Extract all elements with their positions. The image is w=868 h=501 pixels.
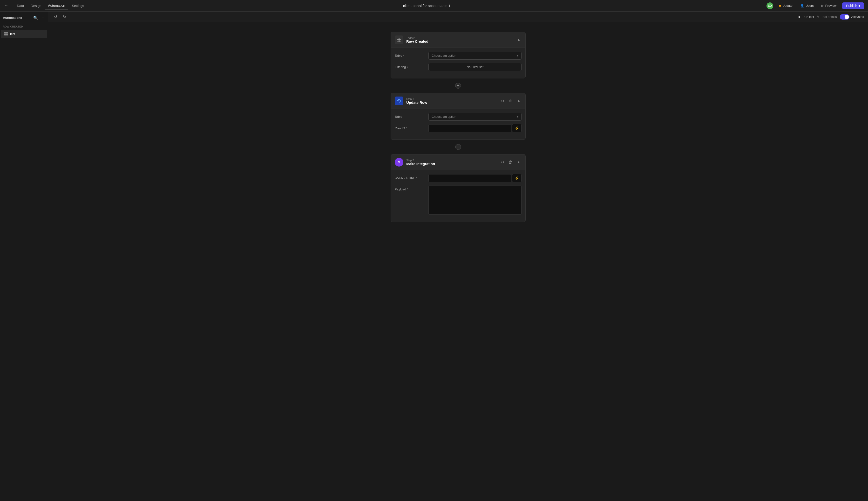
chevron-down-icon: ▾ bbox=[517, 54, 518, 57]
trigger-filtering-label: Filtering ℹ bbox=[395, 65, 428, 69]
connector-add-button-2[interactable]: + bbox=[455, 144, 461, 150]
nav-right: ED Update 👤 Users ▷ Preview Publish ▾ bbox=[767, 2, 864, 9]
step2-webhook-input-row: ⚡ bbox=[428, 174, 521, 182]
step1-delete-button[interactable]: 🗑 bbox=[507, 98, 513, 104]
step2-webhook-lightning-button[interactable]: ⚡ bbox=[512, 174, 521, 182]
add-icon: + bbox=[42, 16, 44, 20]
run-test-label: Run test bbox=[802, 15, 814, 19]
svg-rect-3 bbox=[6, 34, 8, 35]
step1-table-label: Table bbox=[395, 115, 428, 118]
step2-title-group: Step 2 Make Integration bbox=[406, 159, 435, 166]
lightning-icon: ⚡ bbox=[515, 126, 519, 130]
sidebar-item-test[interactable]: test bbox=[1, 30, 47, 38]
step1-title: Update Row bbox=[406, 100, 427, 105]
trigger-table-input: Choose an option ▾ bbox=[428, 52, 521, 60]
preview-button[interactable]: ▷ Preview bbox=[820, 3, 838, 9]
step2-webhook-row: Webhook URL * ⚡ bbox=[395, 174, 521, 182]
trigger-card-header-left: Trigger Row Created bbox=[395, 35, 428, 44]
step1-collapse-button[interactable]: ▲ bbox=[516, 98, 521, 104]
step2-webhook-label: Webhook URL * bbox=[395, 177, 428, 180]
test-details-label: Test details bbox=[821, 15, 837, 19]
tab-automation[interactable]: Automation bbox=[45, 2, 68, 9]
trigger-title-group: Trigger Row Created bbox=[406, 36, 428, 43]
preview-label: Preview bbox=[825, 4, 836, 8]
test-details-button[interactable]: ✎ Test details bbox=[817, 15, 837, 19]
step2-payload-label: Payload * bbox=[395, 185, 428, 191]
run-test-play-icon: ▶ bbox=[799, 15, 801, 19]
trigger-icon bbox=[395, 35, 403, 44]
trigger-table-placeholder: Choose an option bbox=[431, 54, 456, 57]
sidebar: Automations 🔍 + ROW CREATED test bbox=[0, 12, 48, 501]
svg-rect-1 bbox=[6, 32, 8, 33]
trigger-table-select[interactable]: Choose an option ▾ bbox=[428, 52, 521, 60]
sidebar-add-button[interactable]: + bbox=[41, 14, 45, 21]
step2-card: M Step 2 Make Integration ↺ 🗑 ▲ bbox=[391, 154, 526, 222]
step1-rowid-row: Row ID * ⚡ bbox=[395, 124, 521, 132]
connector-2: + bbox=[455, 140, 461, 154]
lightning-icon-2: ⚡ bbox=[515, 176, 519, 180]
trigger-collapse-button[interactable]: ▲ bbox=[516, 37, 521, 43]
sidebar-search-button[interactable]: 🔍 bbox=[32, 14, 39, 21]
toolbar-right: ▶ Run test ✎ Test details Activated bbox=[799, 14, 864, 20]
tab-design[interactable]: Design bbox=[28, 2, 44, 9]
step2-card-header-left: M Step 2 Make Integration bbox=[395, 158, 435, 167]
sidebar-section-label: ROW CREATED bbox=[0, 24, 48, 30]
trigger-table-row: Table * Choose an option ▾ bbox=[395, 52, 521, 60]
run-test-button[interactable]: ▶ Run test bbox=[799, 15, 814, 19]
step1-table-input: Choose an option ▾ bbox=[428, 113, 521, 121]
filter-button[interactable]: No Filter set bbox=[428, 63, 521, 71]
activated-toggle[interactable] bbox=[840, 14, 849, 20]
trigger-filtering-row: Filtering ℹ No Filter set bbox=[395, 63, 521, 71]
step2-card-header: M Step 2 Make Integration ↺ 🗑 ▲ bbox=[391, 154, 525, 170]
connector-add-button-1[interactable]: + bbox=[455, 83, 461, 88]
tab-data[interactable]: Data bbox=[14, 2, 27, 9]
redo-button[interactable]: ↻ bbox=[61, 13, 68, 20]
step1-card-body: Table Choose an option ▾ Row ID * bbox=[391, 109, 525, 139]
step2-webhook-req: * bbox=[416, 177, 417, 180]
step2-delete-button[interactable]: 🗑 bbox=[507, 159, 513, 165]
step2-make-icon: M bbox=[395, 158, 403, 167]
users-icon: 👤 bbox=[800, 4, 804, 8]
step1-rowid-input-row: ⚡ bbox=[428, 124, 521, 132]
step2-card-body: Webhook URL * ⚡ bbox=[391, 170, 525, 222]
step1-card-header: Step 1 Update Row ↺ 🗑 ▲ bbox=[391, 93, 525, 109]
svg-rect-4 bbox=[397, 38, 399, 40]
code-line-1: 1 bbox=[431, 188, 519, 192]
update-dot bbox=[779, 5, 781, 7]
undo-icon: ↺ bbox=[54, 15, 57, 19]
publish-label: Publish bbox=[846, 4, 857, 8]
step1-table-select[interactable]: Choose an option ▾ bbox=[428, 113, 521, 121]
canvas: Trigger Row Created ▲ Table * bbox=[48, 22, 868, 501]
step2-webhook-field[interactable] bbox=[428, 174, 511, 182]
step1-title-group: Step 1 Update Row bbox=[406, 97, 427, 105]
users-button[interactable]: 👤 Users bbox=[798, 3, 816, 9]
search-icon: 🔍 bbox=[33, 16, 38, 20]
preview-icon: ▷ bbox=[822, 4, 824, 8]
svg-rect-5 bbox=[399, 38, 401, 40]
step1-card-header-left: Step 1 Update Row bbox=[395, 97, 427, 105]
update-button[interactable]: Update bbox=[777, 3, 794, 9]
step1-refresh-button[interactable]: ↺ bbox=[500, 98, 505, 104]
publish-button[interactable]: Publish ▾ bbox=[842, 2, 864, 9]
trigger-step-label: Trigger bbox=[406, 36, 428, 39]
svg-rect-2 bbox=[4, 34, 6, 35]
back-button[interactable]: ← bbox=[4, 3, 8, 8]
undo-button[interactable]: ↺ bbox=[52, 13, 59, 20]
trigger-filtering-input: No Filter set bbox=[428, 63, 521, 71]
step2-collapse-button[interactable]: ▲ bbox=[516, 159, 521, 165]
nav-tabs: Data Design Automation Settings bbox=[14, 2, 87, 9]
activated-toggle-group: Activated bbox=[840, 14, 864, 20]
connector-1: + bbox=[455, 78, 461, 93]
step1-table-row: Table Choose an option ▾ bbox=[395, 113, 521, 121]
step2-refresh-button[interactable]: ↺ bbox=[500, 159, 505, 166]
step1-rowid-lightning-button[interactable]: ⚡ bbox=[512, 124, 521, 132]
sidebar-header: Automations 🔍 + bbox=[0, 12, 48, 24]
tab-settings[interactable]: Settings bbox=[69, 2, 87, 9]
step2-card-header-right: ↺ 🗑 ▲ bbox=[500, 159, 521, 166]
update-label: Update bbox=[782, 4, 792, 8]
step1-rowid-field[interactable] bbox=[428, 124, 511, 132]
svg-rect-7 bbox=[399, 40, 401, 42]
step1-card-header-right: ↺ 🗑 ▲ bbox=[500, 98, 521, 104]
trigger-card: Trigger Row Created ▲ Table * bbox=[391, 32, 526, 78]
payload-code-area[interactable]: 1 bbox=[428, 185, 521, 214]
